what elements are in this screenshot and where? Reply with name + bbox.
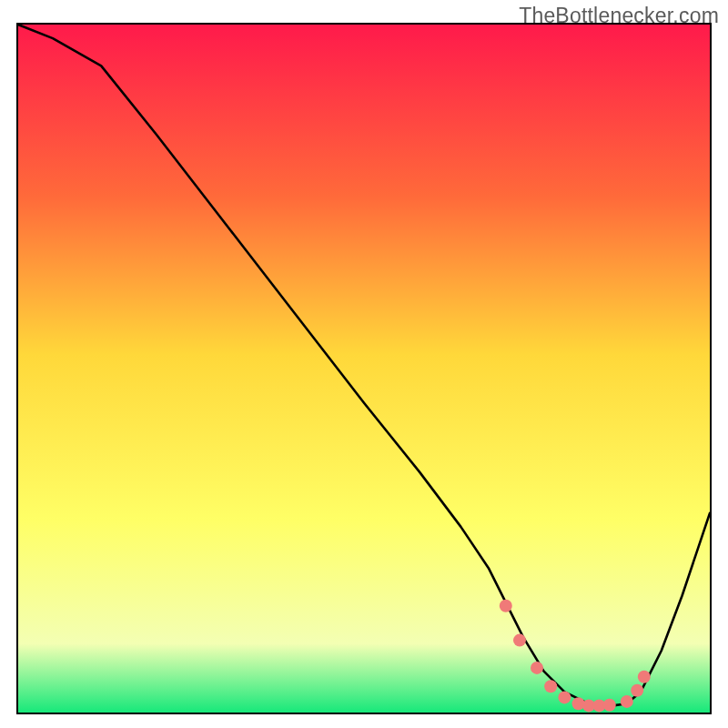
optimal-dot [500,600,512,612]
optimal-dot [621,695,633,708]
optimal-dot [531,662,543,674]
watermark-text: TheBottlenecker.com [519,4,719,28]
optimal-dot [558,691,571,703]
gradient-background [18,25,710,713]
optimal-dot [638,671,651,683]
plot-svg [18,25,710,713]
optimal-dot [513,634,526,647]
chart-container: TheBottlenecker.com [0,0,728,728]
optimal-dot [631,684,643,697]
optimal-dot [544,680,557,693]
optimal-dot [603,699,616,712]
plot-area [16,23,712,714]
